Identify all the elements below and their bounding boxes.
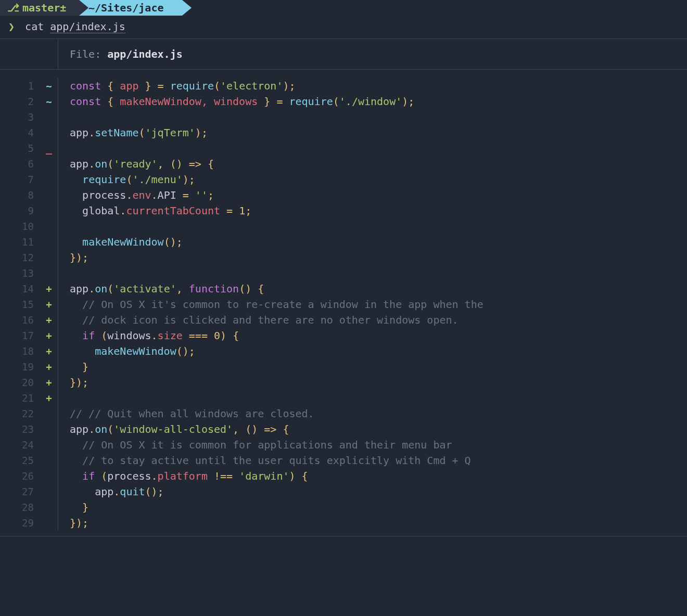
diff-marker-icon: + (44, 328, 54, 343)
diff-marker-icon: ~ (44, 79, 54, 94)
diff-marker-icon: + (44, 391, 54, 406)
line-number: 6 (13, 157, 34, 172)
cwd-path: ~/Sites/jace (88, 2, 164, 14)
branch-name: master± (22, 2, 66, 14)
code-line: 10 (0, 219, 687, 234)
line-number: 27 (13, 484, 34, 499)
line-number: 3 (13, 110, 34, 125)
line-number: 10 (13, 219, 34, 234)
diff-marker-icon: + (44, 313, 54, 328)
path-segment: ~/Sites/jace (73, 0, 182, 16)
breadcrumb-arrow-icon (79, 0, 88, 16)
code-line: 26 if (process.platform !== 'darwin') { (0, 468, 687, 484)
code-line: 11 makeNewWindow(); (0, 234, 687, 250)
line-number: 7 (13, 172, 34, 187)
code-viewer[interactable]: 1~ const { app } = require('electron'); … (0, 70, 687, 536)
line-number: 26 (13, 469, 34, 484)
code-line: 15+ // On OS X it's common to re-create … (0, 297, 687, 312)
code-line: 7 require('./menu'); (0, 172, 687, 187)
code-line: 25 // to stay active until the user quit… (0, 453, 687, 468)
code-line: 24 // On OS X it is common for applicati… (0, 437, 687, 453)
line-number: 13 (13, 266, 34, 281)
code-line: 28 } (0, 499, 687, 515)
diff-marker-icon: + (44, 297, 54, 312)
command-arg: app/index.js (50, 20, 125, 33)
code-line: 22 // // Quit when all windows are close… (0, 406, 687, 421)
line-number: 22 (13, 406, 34, 421)
code-line: 17+ if (windows.size === 0) { (0, 328, 687, 343)
file-label: File: (70, 48, 107, 60)
line-number: 28 (13, 500, 34, 515)
code-line: 16+ // dock icon is clicked and there ar… (0, 312, 687, 328)
code-line: 21+ (0, 390, 687, 406)
code-line: 23 app.on('window-all-closed', () => { (0, 421, 687, 437)
command-line[interactable]: ❯ cat app/index.js (0, 17, 687, 38)
command: cat (25, 20, 44, 33)
line-number: 18 (13, 344, 34, 359)
line-number: 19 (13, 360, 34, 375)
code-line: 3 (0, 109, 687, 125)
breadcrumb-arrow-icon (182, 0, 192, 16)
line-number: 1 (13, 79, 34, 94)
line-number: 25 (13, 453, 34, 468)
line-number: 29 (13, 516, 34, 531)
diff-marker-icon: + (44, 281, 54, 297)
prompt-breadcrumb: ⎇master± ~/Sites/jace (0, 0, 687, 17)
line-number: 9 (13, 203, 34, 219)
git-branch-icon: ⎇ (7, 2, 19, 14)
code-line: 14+ app.on('activate', function() { (0, 281, 687, 297)
file-header: File: app/index.js (0, 38, 687, 70)
line-number: 23 (13, 422, 34, 437)
prompt-chevron-icon: ❯ (8, 20, 15, 33)
diff-marker-icon: + (44, 360, 54, 375)
code-line: 1~ const { app } = require('electron'); (0, 78, 687, 94)
code-line: 18+ makeNewWindow(); (0, 343, 687, 359)
code-line: 8 process.env.API = ''; (0, 187, 687, 203)
line-number: 8 (13, 188, 34, 203)
diff-marker-icon: _ (44, 141, 54, 156)
branch-segment: ⎇master± (0, 0, 79, 16)
code-line: 5_ (0, 140, 687, 156)
file-name: app/index.js (107, 48, 183, 60)
diff-marker-icon: + (44, 375, 54, 390)
code-line: 27 app.quit(); (0, 484, 687, 499)
line-number: 14 (13, 281, 34, 297)
code-line: 19+ } (0, 359, 687, 375)
gutter-spacer (0, 39, 58, 69)
code-line: 20+ }); (0, 375, 687, 390)
line-number: 2 (13, 94, 34, 109)
line-number: 5 (13, 141, 34, 156)
code-line: 29 }); (0, 515, 687, 531)
line-number: 17 (13, 328, 34, 343)
line-number: 11 (13, 235, 34, 250)
line-number: 21 (13, 391, 34, 406)
line-number: 20 (13, 375, 34, 390)
line-number: 16 (13, 313, 34, 328)
code-line: 4 app.setName('jqTerm'); (0, 125, 687, 140)
line-number: 15 (13, 297, 34, 312)
code-line: 12 }); (0, 250, 687, 265)
code-line: 13 (0, 265, 687, 281)
code-line: 6 app.on('ready', () => { (0, 156, 687, 172)
diff-marker-icon: + (44, 344, 54, 359)
line-number: 4 (13, 125, 34, 140)
code-line: 9 global.currentTabCount = 1; (0, 203, 687, 219)
line-number: 12 (13, 250, 34, 265)
code-line: 2~ const { makeNewWindow, windows } = re… (0, 94, 687, 109)
line-number: 24 (13, 438, 34, 453)
diff-marker-icon: ~ (44, 94, 54, 109)
